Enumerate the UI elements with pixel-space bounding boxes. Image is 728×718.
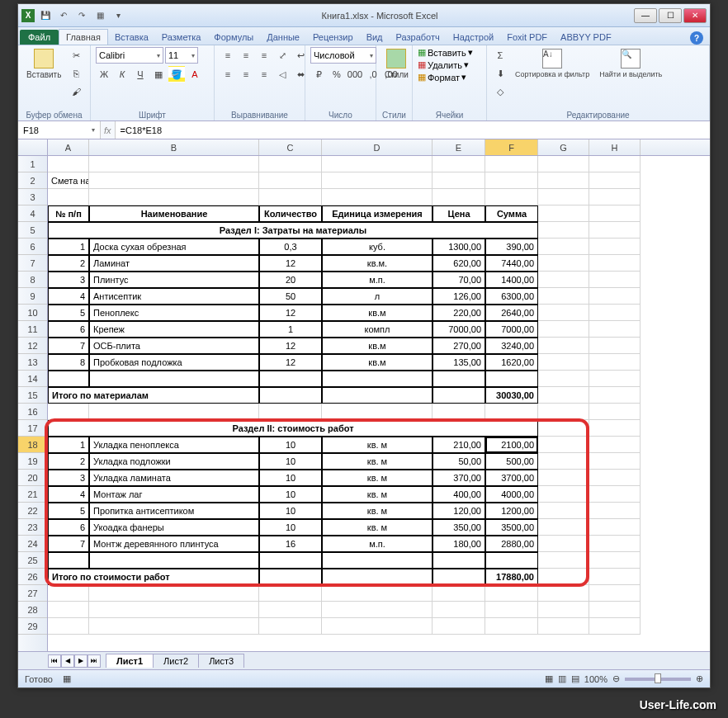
qat-icon[interactable]: ▦ [92,8,107,23]
cell-D6[interactable]: куб. [322,239,433,255]
row-header-25[interactable]: 25 [18,552,47,569]
row-header-14[interactable]: 14 [18,371,47,387]
cell-H3[interactable] [589,189,641,205]
cell-G27[interactable] [538,585,589,602]
cell-G18[interactable] [538,437,589,453]
format-cells-button[interactable]: ▦Формат ▾ [418,72,466,83]
cell-D10[interactable]: кв.м [322,305,433,321]
cell-D22[interactable]: кв. м [322,503,433,519]
cell-G26[interactable] [538,569,589,585]
cell-C10[interactable]: 12 [259,305,322,321]
cell-G11[interactable] [538,321,589,338]
cell-G2[interactable] [538,172,589,189]
cell-F15[interactable]: 30030,00 [485,387,538,404]
currency-icon[interactable]: ₽ [310,66,327,83]
cell-A2[interactable]: Смета на работы [48,172,89,189]
row-header-1[interactable]: 1 [18,156,47,172]
cell-C2[interactable] [259,172,322,189]
cell-C27[interactable] [259,585,322,602]
format-painter-icon[interactable]: 🖌 [68,83,84,100]
cell-C8[interactable]: 20 [259,272,322,288]
clear-icon[interactable]: ◇ [492,83,508,100]
cell-C28[interactable] [259,602,322,618]
row-header-10[interactable]: 10 [18,305,47,321]
cell-G9[interactable] [538,288,589,305]
cell-A11[interactable]: 6 [48,321,89,338]
row-header-11[interactable]: 11 [18,321,47,338]
cell-H5[interactable] [589,222,641,239]
cells-area[interactable]: Смета на работы№ п/пНаименованиеКоличест… [48,156,710,651]
find-select-button[interactable]: 🔍Найти и выделить [596,47,665,80]
ribbon-tab-8[interactable]: Надстрой [447,30,500,45]
formula-input[interactable]: =C18*E18 [115,121,710,139]
col-header-A[interactable]: A [48,139,89,155]
cell-G10[interactable] [538,305,589,321]
cell-E6[interactable]: 1300,00 [433,239,485,255]
cell-G25[interactable] [538,552,589,569]
cell-G3[interactable] [538,189,589,205]
sheet-tab-0[interactable]: Лист1 [106,654,154,668]
cell-C9[interactable]: 50 [259,288,322,305]
cell-E24[interactable]: 180,00 [433,536,485,552]
cell-C12[interactable]: 12 [259,338,322,354]
cell-D18[interactable]: кв. м [322,437,433,453]
ribbon-tab-0[interactable]: Главная [59,29,108,45]
cell-D3[interactable] [322,189,433,205]
ribbon-tab-5[interactable]: Рецензир [306,30,360,45]
close-button[interactable]: ✕ [683,8,707,23]
cell-D4[interactable]: Единица измерения [322,205,433,222]
fill-icon[interactable]: ⬇ [492,65,508,82]
cell-H4[interactable] [589,205,641,222]
ribbon-tab-2[interactable]: Разметка [155,30,208,45]
cell-G20[interactable] [538,470,589,486]
cell-F2[interactable] [485,172,538,189]
cell-H10[interactable] [589,305,641,321]
cell-B16[interactable] [89,404,259,420]
select-all-corner[interactable] [18,139,48,155]
cell-G19[interactable] [538,453,589,470]
cell-H2[interactable] [589,172,641,189]
col-header-C[interactable]: C [259,139,322,155]
cell-A7[interactable]: 2 [48,255,89,272]
cell-D29[interactable] [322,618,433,635]
cell-B10[interactable]: Пеноплекс [89,305,259,321]
cell-B19[interactable]: Укладка подложки [89,453,259,470]
cell-D21[interactable]: кв. м [322,486,433,503]
cell-B24[interactable]: Монтж деревянного плинтуса [89,536,259,552]
cell-E1[interactable] [433,156,485,172]
col-header-F[interactable]: F [485,139,538,155]
cell-A25[interactable] [48,552,89,569]
align-left-icon[interactable]: ≡ [220,66,236,83]
cell-F18[interactable]: 2100,00 [485,437,538,453]
fx-icon[interactable]: fx [104,125,111,135]
cell-H25[interactable] [589,552,641,569]
row-header-5[interactable]: 5 [18,222,47,239]
cell-C14[interactable] [259,371,322,387]
view-normal-icon[interactable]: ▦ [545,673,553,684]
border-button[interactable]: ▦ [150,66,167,83]
cell-H22[interactable] [589,503,641,519]
underline-button[interactable]: Ч [132,66,149,83]
row-header-28[interactable]: 28 [18,602,47,618]
cell-H14[interactable] [589,371,641,387]
cell-B27[interactable] [89,585,259,602]
cell-F23[interactable]: 3500,00 [485,519,538,536]
view-break-icon[interactable]: ▤ [571,673,579,684]
row-header-19[interactable]: 19 [18,453,47,470]
tab-nav-next[interactable]: ▶ [74,654,87,668]
cell-F19[interactable]: 500,00 [485,453,538,470]
cell-H29[interactable] [589,618,641,635]
cell-G23[interactable] [538,519,589,536]
cell-F3[interactable] [485,189,538,205]
cell-E26[interactable] [433,569,485,585]
zoom-level[interactable]: 100% [584,674,607,684]
row-header-17[interactable]: 17 [18,420,47,437]
cell-C24[interactable]: 16 [259,536,322,552]
align-top-icon[interactable]: ≡ [220,47,236,64]
qat-icon2[interactable]: ▾ [111,8,125,23]
row-header-2[interactable]: 2 [18,172,47,189]
ribbon-tab-1[interactable]: Вставка [108,30,155,45]
cell-A28[interactable] [48,602,89,618]
col-header-D[interactable]: D [322,139,433,155]
cell-F20[interactable]: 3700,00 [485,470,538,486]
